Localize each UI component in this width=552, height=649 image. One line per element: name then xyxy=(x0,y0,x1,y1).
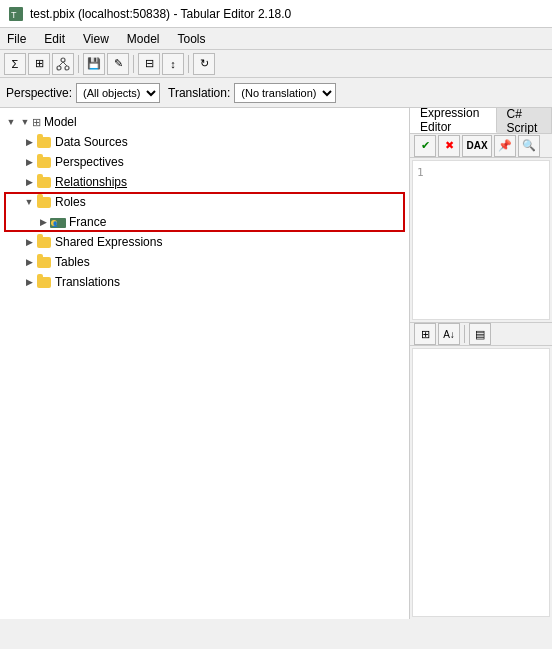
menu-tools[interactable]: Tools xyxy=(175,31,209,47)
tables-label: Tables xyxy=(55,255,90,269)
model-label: Model xyxy=(44,115,77,129)
shared-expand: ▶ xyxy=(22,235,36,249)
model-expand: ▼ xyxy=(4,115,18,129)
table-btn[interactable]: ⊞ xyxy=(28,53,50,75)
separator2 xyxy=(133,55,134,73)
separator-bottom xyxy=(464,325,465,343)
datasources-expand: ▶ xyxy=(22,135,36,149)
roles-group: ▼ Roles ▶ 👤 France xyxy=(0,192,409,232)
translation-select[interactable]: (No translation) xyxy=(234,83,336,103)
menu-edit[interactable]: Edit xyxy=(41,31,68,47)
perspectives-label: Perspectives xyxy=(55,155,124,169)
svg-point-3 xyxy=(57,66,61,70)
tree-roles[interactable]: ▼ Roles xyxy=(0,192,409,212)
tree-panel: ▼ ▼ ⊞ Model ▶ Data Sources ▶ Perspective… xyxy=(0,108,410,619)
svg-text:👤: 👤 xyxy=(52,221,59,228)
translation-group: Translation: (No translation) xyxy=(168,83,336,103)
sort-btn[interactable]: ↕ xyxy=(162,53,184,75)
translations-label: Translations xyxy=(55,275,120,289)
tree-translations[interactable]: ▶ Translations xyxy=(0,272,409,292)
shared-folder-icon xyxy=(36,235,52,249)
svg-text:T: T xyxy=(11,10,17,20)
sigma-btn[interactable]: Σ xyxy=(4,53,26,75)
tree-model[interactable]: ▼ ▼ ⊞ Model xyxy=(0,112,409,132)
tree-relationships[interactable]: ▶ Relationships xyxy=(0,172,409,192)
pin-btn[interactable]: 📌 xyxy=(494,135,516,157)
menu-bar: File Edit View Model Tools xyxy=(0,28,552,50)
datasources-label: Data Sources xyxy=(55,135,128,149)
roles-label: Roles xyxy=(55,195,86,209)
cross-btn[interactable]: ✖ xyxy=(438,135,460,157)
separator1 xyxy=(78,55,79,73)
menu-file[interactable]: File xyxy=(4,31,29,47)
tree-data-sources[interactable]: ▶ Data Sources xyxy=(0,132,409,152)
tables-expand: ▶ xyxy=(22,255,36,269)
tables-folder-icon xyxy=(36,255,52,269)
tab-csharp-script[interactable]: C# Script xyxy=(497,108,552,133)
perspectives-expand: ▶ xyxy=(22,155,36,169)
save-btn[interactable]: 💾 xyxy=(83,53,105,75)
perspective-group: Perspective: (All objects) xyxy=(6,83,160,103)
menu-view[interactable]: View xyxy=(80,31,112,47)
france-label: France xyxy=(69,215,106,229)
refresh-btn[interactable]: ↻ xyxy=(193,53,215,75)
expression-editor-area[interactable]: 1 xyxy=(412,160,550,320)
relationships-folder-icon xyxy=(36,175,52,189)
france-expand: ▶ xyxy=(36,215,50,229)
relationships-expand: ▶ xyxy=(22,175,36,189)
translations-expand: ▶ xyxy=(22,275,36,289)
translation-label: Translation: xyxy=(168,86,230,100)
bottom-area xyxy=(412,348,550,617)
hierarchy-btn[interactable] xyxy=(52,53,74,75)
svg-line-5 xyxy=(59,62,63,66)
main-area: ▼ ▼ ⊞ Model ▶ Data Sources ▶ Perspective… xyxy=(0,108,552,619)
right-panel: Expression Editor C# Script ✔ ✖ DAX 📌 🔍 … xyxy=(410,108,552,619)
model-expand2: ▼ xyxy=(18,115,32,129)
tree-perspectives[interactable]: ▶ Perspectives xyxy=(0,152,409,172)
separator3 xyxy=(188,55,189,73)
menu-model[interactable]: Model xyxy=(124,31,163,47)
translations-folder-icon xyxy=(36,275,52,289)
model-icon: ⊞ xyxy=(32,116,41,129)
perspective-select[interactable]: (All objects) xyxy=(76,83,160,103)
title-text: test.pbix (localhost:50838) - Tabular Ed… xyxy=(30,7,291,21)
bottom-icon3[interactable]: ▤ xyxy=(469,323,491,345)
roles-folder-icon xyxy=(36,195,52,209)
tree-tables[interactable]: ▶ Tables xyxy=(0,252,409,272)
relationships-label: Relationships xyxy=(55,175,127,189)
bottom-icon1[interactable]: ⊞ xyxy=(414,323,436,345)
line-number-1: 1 xyxy=(417,166,424,179)
toolbar-icons: Σ ⊞ 💾 ✎ ⊟ ↕ ↻ xyxy=(0,50,552,78)
bottom-toolbar: ⊞ A↓ ▤ xyxy=(410,322,552,346)
app-icon: T xyxy=(8,6,24,22)
roles-expand: ▼ xyxy=(22,195,36,209)
search-btn[interactable]: 🔍 xyxy=(518,135,540,157)
france-icon: 👤 xyxy=(50,215,66,229)
svg-line-6 xyxy=(63,62,67,66)
tree-france[interactable]: ▶ 👤 France xyxy=(0,212,409,232)
svg-point-2 xyxy=(61,58,65,62)
tab-expression-editor[interactable]: Expression Editor xyxy=(410,108,497,133)
bottom-icon2[interactable]: A↓ xyxy=(438,323,460,345)
expression-toolbar: ✔ ✖ DAX 📌 🔍 xyxy=(410,134,552,158)
edit-btn[interactable]: ✎ xyxy=(107,53,129,75)
shared-expressions-label: Shared Expressions xyxy=(55,235,162,249)
tab-bar: Expression Editor C# Script xyxy=(410,108,552,134)
dax-btn[interactable]: DAX xyxy=(462,135,492,157)
svg-point-4 xyxy=(65,66,69,70)
columns-btn[interactable]: ⊟ xyxy=(138,53,160,75)
perspectives-folder-icon xyxy=(36,155,52,169)
perspective-label: Perspective: xyxy=(6,86,72,100)
title-bar: T test.pbix (localhost:50838) - Tabular … xyxy=(0,0,552,28)
toolbar-dropdowns: Perspective: (All objects) Translation: … xyxy=(0,78,552,108)
tree-shared-expressions[interactable]: ▶ Shared Expressions xyxy=(0,232,409,252)
check-btn[interactable]: ✔ xyxy=(414,135,436,157)
datasources-folder-icon xyxy=(36,135,52,149)
